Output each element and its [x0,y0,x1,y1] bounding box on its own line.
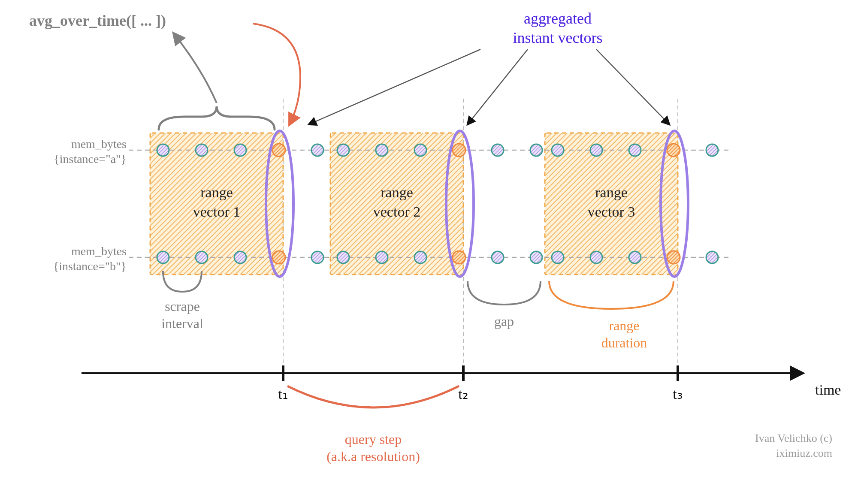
tick-label-t1: t₁ [278,386,288,402]
arrow-brace-to-title [174,33,217,103]
gap-bracket [468,281,541,305]
scrape-label-l1: scrape [165,299,200,314]
svg-point-8 [337,144,349,156]
svg-point-38 [453,251,465,264]
svg-point-5 [234,144,246,156]
range-label-1-l1: range [200,184,233,200]
query-step-curve [287,386,459,407]
function-title: avg_over_time([ ... ]) [29,12,166,29]
range-label-2-l1: range [381,184,413,200]
svg-point-34 [706,251,718,263]
gap-label: gap [494,314,514,329]
svg-point-39 [667,144,680,157]
aggregated-label-line2: instant vectors [513,29,603,46]
series-b-line2: {instance="b"} [53,260,127,273]
credit-line1: Ivan Velichko (c) [755,432,832,444]
query-step-l2: (a.k.a resolution) [326,449,420,464]
range-label-3-l2: vector 3 [588,204,635,220]
svg-point-14 [552,144,564,156]
svg-point-32 [629,251,641,263]
svg-point-29 [530,251,542,263]
svg-point-37 [453,144,465,157]
range-duration-l2: duration [601,335,647,350]
svg-point-24 [337,251,349,263]
svg-point-3 [157,144,169,156]
axis-label-time: time [815,382,841,398]
svg-point-25 [376,251,388,263]
svg-point-9 [376,144,388,156]
svg-point-40 [667,251,680,264]
range-label-1-l2: vector 1 [193,204,240,220]
tick-label-t3: t₃ [673,386,683,402]
svg-point-7 [311,144,323,156]
series-a-line2: {instance="a"} [54,152,127,166]
credit-line2: iximiuz.com [776,447,832,459]
range-label-3-l1: range [595,184,628,200]
svg-point-35 [272,144,285,157]
svg-point-28 [492,251,504,263]
svg-point-36 [272,251,285,264]
arrow-title-to-ellipse [253,24,300,124]
aggregated-label-line1: aggregated [524,10,592,27]
svg-point-20 [196,251,208,263]
series-a-line1: mem_bytes [71,137,127,151]
arrow-agg-1 [309,49,480,124]
svg-point-18 [706,144,718,156]
arrow-agg-3 [596,49,669,124]
query-step-l1: query step [345,432,402,447]
range-duration-bracket [549,281,674,309]
range-duration-l1: range [609,318,639,333]
arrow-agg-2 [468,49,528,124]
svg-point-13 [530,144,542,156]
svg-point-31 [590,251,602,263]
scrape-label-l2: interval [161,316,203,331]
svg-point-16 [629,144,641,156]
svg-point-19 [157,251,169,263]
svg-point-12 [492,144,504,156]
svg-point-15 [590,144,602,156]
range-label-2-l2: vector 2 [373,204,420,220]
svg-point-10 [414,144,426,156]
series-b-line1: mem_bytes [71,244,127,258]
svg-point-21 [234,251,246,263]
svg-point-23 [311,251,323,263]
diagram-canvas: avg_over_time([ ... ]) aggregated instan… [0,0,858,504]
curly-brace-icon [159,106,275,130]
tick-label-t2: t₂ [458,386,468,402]
svg-point-4 [196,144,208,156]
svg-point-30 [552,251,564,263]
svg-point-26 [414,251,426,263]
